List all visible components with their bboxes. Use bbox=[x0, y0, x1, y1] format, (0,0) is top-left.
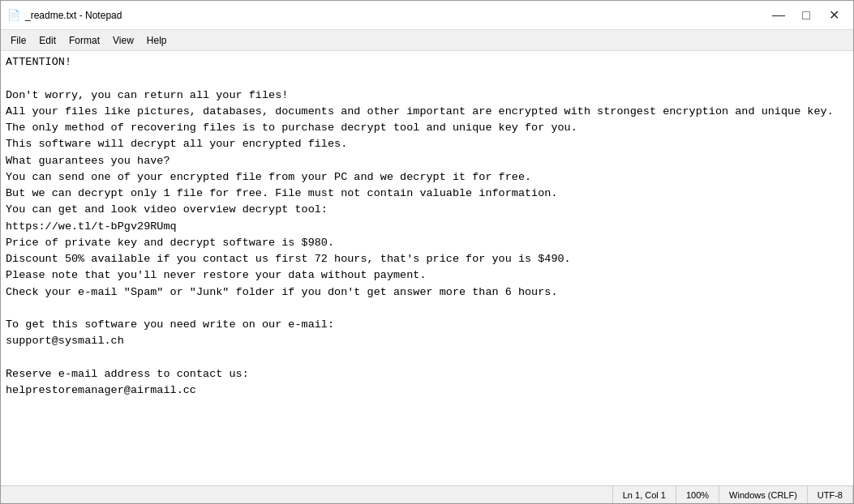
app-icon: 📄 bbox=[7, 9, 20, 22]
title-bar-controls: — □ ✕ bbox=[766, 6, 847, 24]
close-button[interactable]: ✕ bbox=[821, 6, 847, 24]
editor-area: ATTENTION! Don't worry, you can return a… bbox=[1, 51, 853, 485]
menu-format[interactable]: Format bbox=[62, 33, 106, 48]
menu-help[interactable]: Help bbox=[140, 33, 174, 48]
minimize-button[interactable]: — bbox=[766, 6, 792, 24]
menu-bar: File Edit Format View Help bbox=[1, 30, 853, 51]
window-title: _readme.txt - Notepad bbox=[25, 10, 122, 21]
status-position: Ln 1, Col 1 bbox=[613, 486, 676, 503]
status-bar: Ln 1, Col 1 100% Windows (CRLF) UTF-8 bbox=[1, 485, 853, 503]
notepad-window: 📄 _readme.txt - Notepad — □ ✕ File Edit … bbox=[0, 0, 854, 504]
maximize-button[interactable]: □ bbox=[793, 6, 819, 24]
text-editor[interactable]: ATTENTION! Don't worry, you can return a… bbox=[1, 51, 853, 485]
title-bar: 📄 _readme.txt - Notepad — □ ✕ bbox=[1, 1, 853, 30]
status-zoom: 100% bbox=[676, 486, 719, 503]
menu-view[interactable]: View bbox=[106, 33, 140, 48]
title-bar-left: 📄 _readme.txt - Notepad bbox=[7, 9, 122, 22]
menu-edit[interactable]: Edit bbox=[32, 33, 62, 48]
status-line-ending: Windows (CRLF) bbox=[719, 486, 808, 503]
status-encoding: UTF-8 bbox=[808, 486, 853, 503]
status-spacer bbox=[1, 486, 613, 503]
menu-file[interactable]: File bbox=[4, 33, 32, 48]
